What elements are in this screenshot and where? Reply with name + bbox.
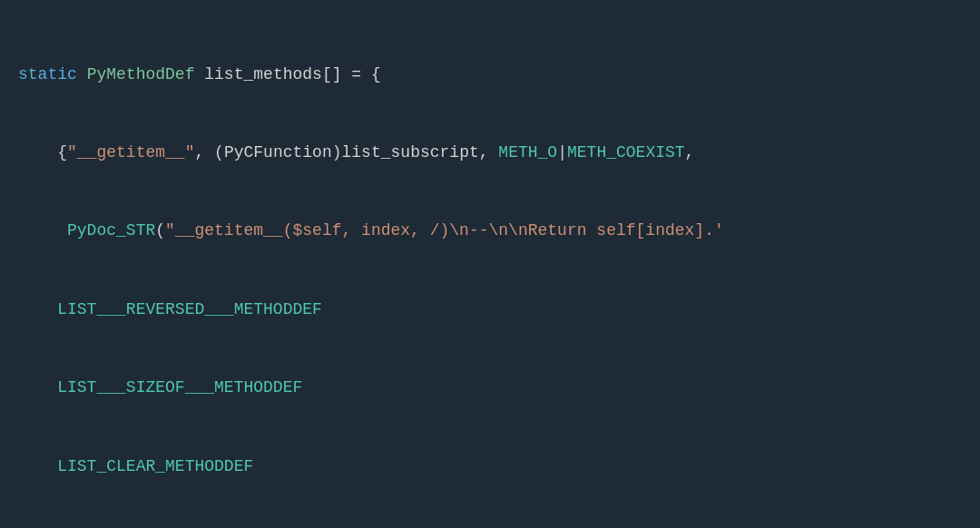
code-line-4: LIST___REVERSED___METHODDEF [18,297,962,323]
code-line-1: static PyMethodDef list_methods[] = { [18,62,962,88]
code-line-5: LIST___SIZEOF___METHODDEF [18,375,962,401]
code-line-6: LIST_CLEAR_METHODDEF [18,454,962,480]
code-line-3: PyDoc_STR("__getitem__($self, index, /)\… [18,218,962,244]
code-editor: static PyMethodDef list_methods[] = { {"… [0,0,980,528]
code-line-2: {"__getitem__", (PyCFunction)list_subscr… [18,140,962,166]
